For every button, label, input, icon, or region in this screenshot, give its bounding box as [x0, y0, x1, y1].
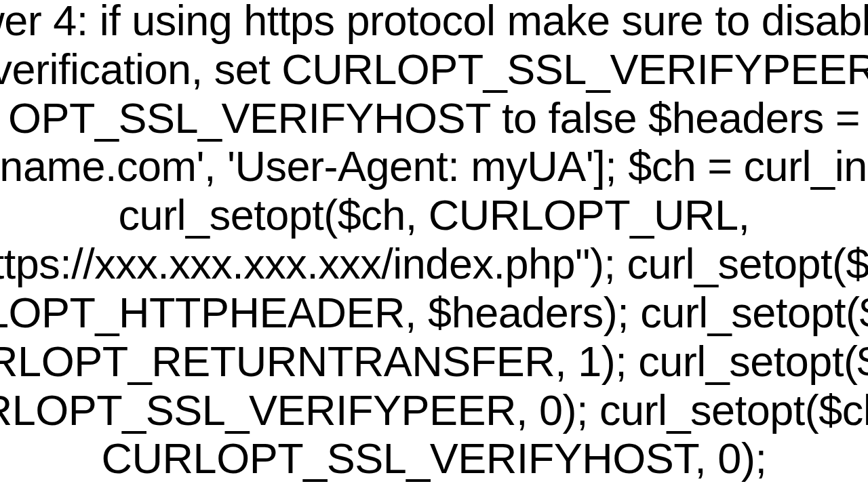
document-text: wer 4: if using https protocol make sure…: [0, 0, 868, 483]
